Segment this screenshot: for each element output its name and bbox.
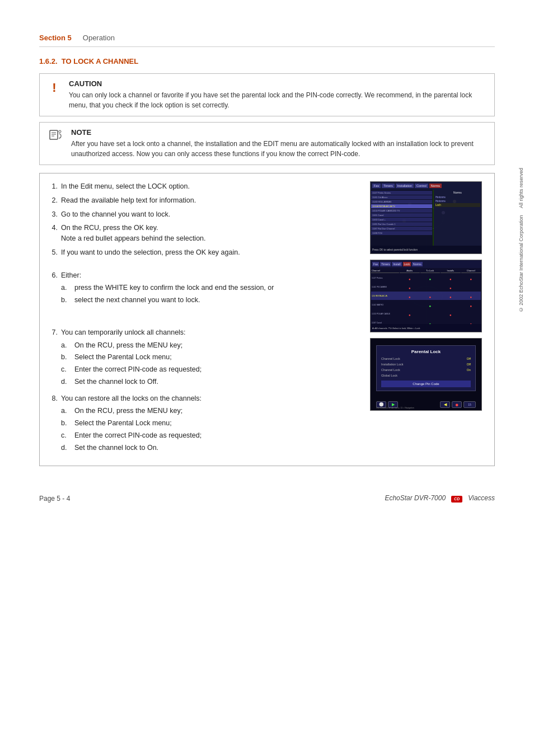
section-title: Operation — [83, 34, 115, 42]
step-6: 6. Either: a. press the WHITE key to con… — [46, 270, 362, 307]
product-name: EchoStar DVR-7000 CD Viaccess — [385, 494, 495, 503]
step-6a: a. press the WHITE key to confirm the lo… — [61, 283, 274, 293]
step-6-item: 6. Either: a. press the WHITE key to con… — [46, 270, 362, 307]
caution-text: You can only lock a channel or favorite … — [69, 90, 486, 110]
step-8-subs: a. On the RCU, press the MENU key; b. Se… — [61, 406, 202, 453]
section-heading: 1.6.2. TO LOCK A CHANNEL — [39, 57, 495, 65]
step-5: 5. If you want to undo the selection, pr… — [46, 247, 362, 258]
step-3: 3. Go to the channel you want to lock. — [46, 209, 362, 220]
step-8: 8. You can restore all the locks on the … — [46, 393, 362, 455]
step-7: 7. You can temporarily unlock all channe… — [46, 327, 362, 389]
step-7c: c. Enter the correct PIN-code as request… — [61, 364, 202, 375]
step-2: 2. Read the available help text for info… — [46, 195, 362, 206]
svg-rect-0 — [50, 130, 58, 139]
step-4: 4. On the RCU, press the OK key. Note a … — [46, 223, 362, 244]
step-1: 1. In the Edit menu, select the LOCK opt… — [46, 181, 362, 192]
section-header: Section 5 Operation — [39, 34, 495, 47]
caution-title: CAUTION — [69, 79, 486, 88]
caution-content: CAUTION You can only lock a channel or f… — [69, 79, 486, 110]
screenshot-1: Fav Timers Installation Control Norms 11… — [370, 181, 482, 254]
steps-7-8: 7. You can temporarily unlock all channe… — [46, 327, 362, 455]
note-icon — [48, 129, 63, 143]
screenshots-column: Fav Timers Installation Control Norms 11… — [370, 181, 488, 458]
page-footer: Page 5 - 4 EchoStar DVR-7000 CD Viaccess — [39, 489, 495, 503]
svg-point-4 — [59, 130, 61, 133]
step-6-subs: a. press the WHITE key to confirm the lo… — [61, 283, 274, 306]
step-6b: b. select the next channel you want to l… — [61, 295, 274, 306]
caution-box: ! CAUTION You can only lock a channel or… — [39, 73, 495, 116]
step-7b: b. Select the Parental Lock menu; — [61, 352, 202, 363]
product-logo-icon: CD — [451, 496, 462, 503]
screenshot-3: Parental Lock Channel Lock Off Installat… — [370, 338, 482, 411]
step-7a: a. On the RCU, press the MENU key; — [61, 340, 202, 351]
screenshot-2: Fav Timers Install Lock Norms Channel Ad… — [370, 260, 482, 332]
step-8a: a. On the RCU, press the MENU key; — [61, 406, 202, 416]
note-title: NOTE — [71, 128, 486, 137]
step-7-subs: a. On the RCU, press the MENU key; b. Se… — [61, 340, 202, 387]
caution-icon: ! — [48, 81, 61, 95]
steps-1-5: 1. In the Edit menu, select the LOCK opt… — [46, 181, 362, 258]
note-content: NOTE After you have set a lock onto a ch… — [71, 128, 486, 159]
copyright-sidebar: © 2002 EchoStar International Corporatio… — [518, 168, 524, 312]
note-box: NOTE After you have set a lock onto a ch… — [39, 122, 495, 165]
step-8c: c. Enter the correct PIN-code as request… — [61, 430, 202, 441]
step-8b: b. Select the Parental Lock menu; — [61, 418, 202, 429]
page-wrapper: Section 5 Operation 1.6.2. TO LOCK A CHA… — [0, 0, 534, 756]
instructions-column: 1. In the Edit menu, select the LOCK opt… — [46, 181, 362, 458]
main-content-box: 1. In the Edit menu, select the LOCK opt… — [39, 173, 495, 466]
note-text: After you have set a lock onto a channel… — [71, 139, 486, 159]
step-8d: d. Set the channel lock to On. — [61, 443, 202, 453]
step-7d: d. Set the channel lock to Off. — [61, 377, 202, 387]
page-number: Page 5 - 4 — [39, 495, 70, 503]
section-label: Section 5 — [39, 34, 72, 42]
